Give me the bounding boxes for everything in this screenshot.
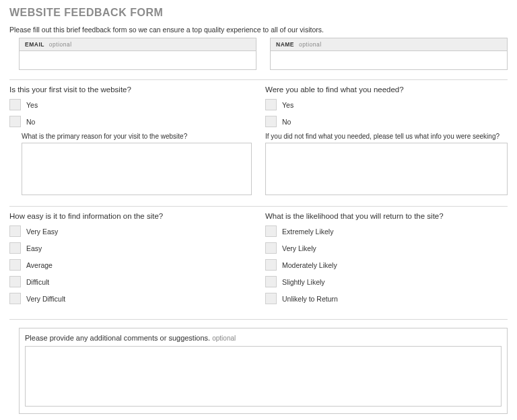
q4-option-checkbox[interactable]: [265, 242, 277, 254]
q1-option-label: Yes: [26, 101, 38, 109]
q2-sub-input[interactable]: [265, 143, 508, 195]
q2-question: Were you able to find what you needed?: [265, 85, 508, 94]
q3-option-checkbox[interactable]: [9, 242, 21, 254]
q4-option-checkbox[interactable]: [265, 259, 277, 271]
q1-question: Is this your first visit to the website?: [9, 85, 252, 94]
q2-option-no-checkbox[interactable]: [265, 116, 277, 127]
q1-option-yes-checkbox[interactable]: [9, 99, 21, 110]
q4-option-checkbox[interactable]: [265, 276, 277, 287]
q4-option-label: Unlikely to Return: [282, 295, 338, 303]
q2-option-label: Yes: [282, 101, 294, 109]
q1-option-label: No: [26, 118, 35, 126]
q3-option-label: Very Easy: [26, 228, 58, 236]
final-comments-input[interactable]: [25, 346, 502, 407]
email-input[interactable]: [19, 51, 256, 70]
q3-option-checkbox[interactable]: [9, 259, 21, 271]
q3-option-label: Average: [26, 261, 53, 269]
final-label: Please provide any additional comments o…: [25, 334, 210, 342]
q3-option-label: Easy: [26, 244, 42, 252]
q3-question: How easy is it to find information on th…: [9, 212, 252, 220]
q4-option-checkbox[interactable]: [265, 225, 277, 237]
form-intro: Please fill out this brief feedback form…: [9, 26, 508, 34]
name-label-bar: NAME optional: [270, 38, 508, 51]
q3-option-label: Very Difficult: [26, 295, 65, 303]
q2-option-label: No: [282, 118, 291, 126]
name-optional: optional: [299, 41, 322, 48]
divider: [9, 206, 508, 207]
final-label-row: Please provide any additional comments o…: [25, 334, 502, 342]
q2-option-yes-checkbox[interactable]: [265, 99, 277, 110]
name-input[interactable]: [270, 51, 508, 70]
q2-sub-question: If you did not find what you needed, ple…: [265, 133, 508, 140]
q3-option-label: Difficult: [26, 278, 49, 286]
form-title: WEBSITE FEEDBACK FORM: [9, 7, 508, 19]
final-optional: optional: [212, 335, 236, 342]
q3-option-checkbox[interactable]: [9, 276, 21, 287]
email-label: EMAIL: [25, 41, 44, 48]
q1-sub-input[interactable]: [22, 143, 252, 195]
q4-option-label: Extremely Likely: [282, 228, 333, 236]
q3-option-checkbox[interactable]: [9, 293, 21, 304]
q4-option-label: Moderately Likely: [282, 261, 337, 269]
q3-option-checkbox[interactable]: [9, 225, 21, 237]
final-block: Please provide any additional comments o…: [19, 328, 508, 414]
q4-option-checkbox[interactable]: [265, 293, 277, 304]
email-label-bar: EMAIL optional: [19, 38, 256, 51]
name-label: NAME: [276, 41, 294, 48]
q4-option-label: Very Likely: [282, 244, 316, 252]
email-optional: optional: [49, 41, 72, 48]
divider: [9, 79, 508, 80]
q1-option-no-checkbox[interactable]: [9, 116, 21, 127]
q4-option-label: Slightly Likely: [282, 278, 325, 286]
divider: [9, 319, 508, 320]
q1-sub-question: What is the primary reason for your visi…: [22, 133, 252, 140]
q4-question: What is the likelihood that you will ret…: [265, 212, 508, 220]
